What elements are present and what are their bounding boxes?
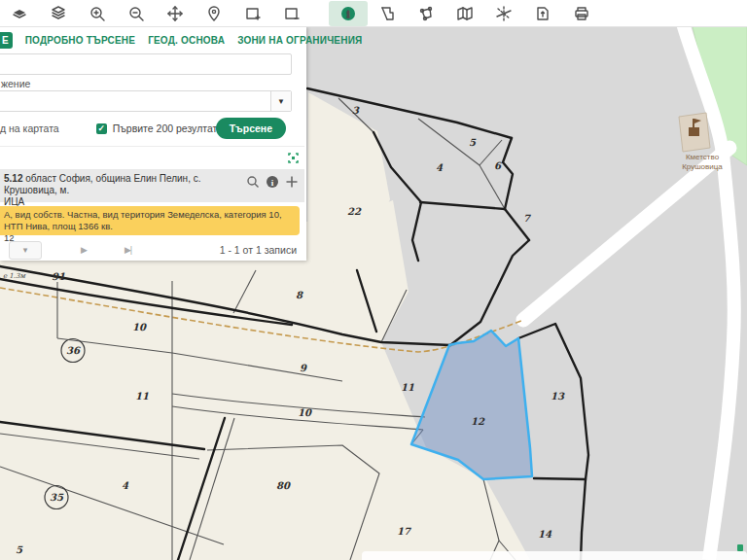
panel-tabs: Е ПОДРОБНО ТЪРСЕНЕ ГЕОД. ОСНОВА ЗОНИ НА … xyxy=(0,26,306,52)
result-cadastral-id: 5.12 xyxy=(4,173,22,184)
first-200-label: Първите 200 резултата xyxy=(113,122,223,134)
remove-extent-icon[interactable] xyxy=(272,1,311,26)
expand-results-icon[interactable] xyxy=(288,153,299,165)
result-header[interactable]: 5.12 област София, община Елин Пелин, с.… xyxy=(0,169,304,202)
parcel-label: 7 xyxy=(523,213,531,224)
parcel-label: 12 xyxy=(471,416,485,427)
check-icon: ✓ xyxy=(97,123,105,133)
measure-angle-icon[interactable] xyxy=(368,1,407,26)
tab-restriction-zones[interactable]: ЗОНИ НА ОГРАНИЧЕНИЯ xyxy=(237,35,362,46)
parcel-label: 91 xyxy=(52,271,65,282)
first-200-checkbox[interactable]: ✓ xyxy=(96,123,107,134)
parcel-label: е 1.3м xyxy=(3,272,27,280)
location-select[interactable]: ▼ xyxy=(0,90,292,112)
search-panel: Е ПОДРОБНО ТЪРСЕНЕ ГЕОД. ОСНОВА ЗОНИ НА … xyxy=(0,26,306,261)
parcel-label: 13 xyxy=(551,391,565,402)
parcel-label: 22 xyxy=(347,206,362,217)
options-row: д на картата ✓ Първите 200 резултата Тър… xyxy=(0,118,298,139)
pagination-bar: ▾ ▶ ▶| 1 - 1 от 1 записи xyxy=(0,240,304,260)
parcel-label: 11 xyxy=(135,391,149,402)
parcel-label: 9 xyxy=(300,363,307,373)
parcel-label: 4 xyxy=(436,162,444,173)
location-label: жение xyxy=(1,78,30,89)
map-extent-label: д на картата xyxy=(0,122,59,134)
measure-area-icon[interactable] xyxy=(407,1,445,26)
print-icon[interactable] xyxy=(562,1,601,26)
parcel-label: 11 xyxy=(401,382,414,393)
parcel-label: 36 xyxy=(66,345,81,356)
identify-info-icon[interactable]: i xyxy=(329,1,368,26)
parcel-label: 4 xyxy=(122,480,129,491)
map-attribution-bar xyxy=(362,551,747,560)
add-extent-icon[interactable] xyxy=(233,1,272,26)
page-size-select[interactable]: ▾ xyxy=(9,241,42,260)
parcel-label: 80 xyxy=(276,480,291,491)
layers-stack-icon[interactable] xyxy=(39,1,78,26)
parcel-label: 5 xyxy=(16,544,23,555)
tab-geodetic-basis[interactable]: ГЕОД. ОСНОВА xyxy=(148,35,225,46)
place-label-line1: Кметство xyxy=(686,153,720,161)
search-button[interactable]: Търсене xyxy=(216,118,286,139)
search-query-input[interactable] xyxy=(0,53,292,75)
chevron-down-icon: ▼ xyxy=(277,97,285,106)
result-detail-line1: А, вид собств. Частна, вид територия Зем… xyxy=(4,209,282,231)
map-attribution-icon xyxy=(737,544,743,551)
result-row-selected[interactable]: А, вид собств. Частна, вид територия Зем… xyxy=(0,206,300,235)
cadastral-gis-app: 91е 1.3м34567228910111011121314178045363… xyxy=(0,0,747,560)
svg-text:i: i xyxy=(347,8,350,18)
result-header-icons: i xyxy=(240,175,299,189)
layers-single-icon[interactable] xyxy=(0,1,39,26)
chevron-down-icon: ▾ xyxy=(23,245,28,255)
top-toolbar: i xyxy=(0,0,747,27)
parcel-label: 17 xyxy=(397,526,411,537)
result-header-text: област София, община Елин Пелин, с. Круш… xyxy=(4,173,200,195)
tab-search-active[interactable]: Е xyxy=(0,32,13,49)
parcel-label: 6 xyxy=(494,160,502,171)
parcel-label: 5 xyxy=(469,137,477,148)
last-page-button[interactable]: ▶| xyxy=(124,245,131,255)
location-pin-icon[interactable] xyxy=(195,1,233,26)
result-zoom-icon[interactable] xyxy=(246,175,260,189)
export-page-icon[interactable] xyxy=(523,1,562,26)
parcel-label: 10 xyxy=(298,407,312,418)
parcel-label: 10 xyxy=(132,322,147,332)
road-network-icon[interactable] xyxy=(484,1,523,26)
result-info-icon[interactable]: i xyxy=(266,175,279,189)
parcel-label: 14 xyxy=(538,529,552,540)
tab-detailed-search[interactable]: ПОДРОБНО ТЪРСЕНЕ xyxy=(25,35,135,46)
zoom-in-icon[interactable] xyxy=(78,1,117,26)
map-sheets-icon[interactable] xyxy=(445,1,484,26)
next-page-button[interactable]: ▶ xyxy=(81,245,88,255)
zoom-out-icon[interactable] xyxy=(117,1,156,26)
parcel-label: 8 xyxy=(296,290,303,300)
pan-icon[interactable] xyxy=(156,1,195,26)
select-dropdown-button[interactable]: ▼ xyxy=(270,91,291,111)
parcel-label: 35 xyxy=(50,492,64,503)
place-label-line2: Крушовица xyxy=(682,162,723,171)
parcel-label: 3 xyxy=(352,105,360,116)
section-divider xyxy=(0,146,304,147)
result-add-icon[interactable] xyxy=(285,175,299,189)
pagination-info: 1 - 1 от 1 записи xyxy=(220,244,297,256)
